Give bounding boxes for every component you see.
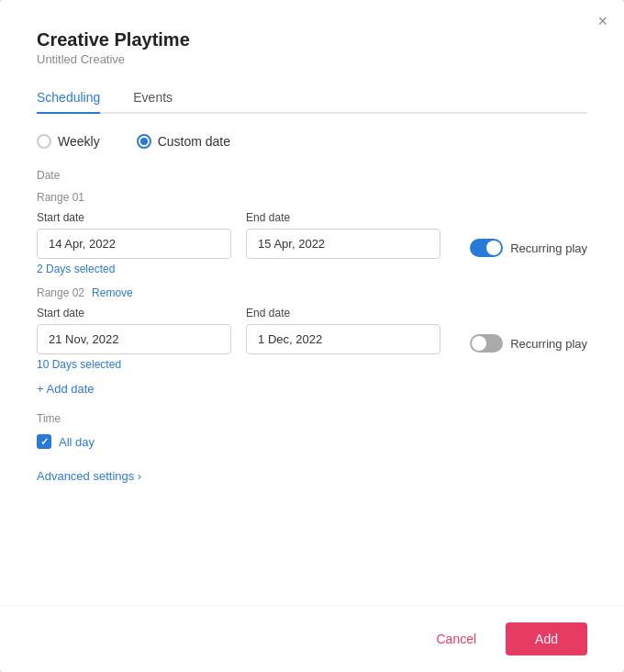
range-01-start-label: Start date [37,211,231,224]
custom-date-label: Custom date [158,134,230,149]
modal-subtitle: Untitled Creative [37,52,587,66]
weekly-label: Weekly [58,134,100,149]
range-01-start-input[interactable] [37,229,231,259]
tab-scheduling[interactable]: Scheduling [37,83,100,114]
weekly-option[interactable]: Weekly [37,134,100,149]
time-section: Time All day [37,412,587,449]
range-02-section: Range 02 Remove Start date End date Recu… [37,286,587,371]
range-01-toggle-knob [486,241,501,255]
modal-body: Weekly Custom date Date Range 01 Start d… [0,114,624,605]
tab-bar: Scheduling Events [37,83,587,114]
frequency-group: Weekly Custom date [37,134,587,149]
tab-events[interactable]: Events [133,83,173,114]
close-button[interactable]: × [597,13,607,29]
range-02-end-label: End date [246,307,440,319]
range-01-end-input[interactable] [246,229,440,259]
range-01-section: Range 01 Start date End date Recurring p… [37,191,587,275]
range-01-end-label: End date [246,211,440,224]
advanced-settings-link[interactable]: Advanced settings › [37,469,141,483]
range-02-recurring-label: Recurring play [510,337,587,351]
modal-footer: Cancel Add [0,605,624,672]
range-02-end-group: End date [246,307,440,354]
weekly-radio[interactable] [37,134,51,149]
range-01-date-cols: Start date End date Recurring play [37,211,587,259]
add-date-button[interactable]: + Add date [37,382,95,396]
range-02-date-cols: Start date End date Recurring play [37,307,587,354]
range-02-toggle-knob [472,336,486,351]
range-02-days-selected: 10 Days selected [37,358,587,371]
range-01-start-group: Start date [37,211,231,259]
range-02-recurring-wrap: Recurring play [470,334,587,354]
cancel-button[interactable]: Cancel [419,622,493,655]
range-02-start-group: Start date [37,307,231,354]
range-01-days-selected: 2 Days selected [37,263,587,275]
modal-title: Creative Playtime [37,29,587,50]
allday-row: All day [37,434,587,449]
range-02-start-label: Start date [37,307,231,319]
allday-label: All day [59,435,95,449]
allday-checkbox[interactable] [37,434,51,449]
custom-date-radio[interactable] [137,134,151,149]
time-section-label: Time [37,412,587,425]
range-02-recurring-toggle[interactable] [470,334,503,353]
custom-date-option[interactable]: Custom date [137,134,230,149]
modal-container: × Creative Playtime Untitled Creative Sc… [0,0,624,672]
range-01-end-group: End date [246,211,440,259]
add-button[interactable]: Add [506,622,587,655]
range-02-label: Range 02 [37,286,84,299]
range-02-start-input[interactable] [37,324,231,354]
range-02-end-input[interactable] [246,324,440,354]
range-01-recurring-toggle[interactable] [470,239,503,257]
range-01-recurring-wrap: Recurring play [470,239,587,259]
range-01-recurring-label: Recurring play [510,241,587,255]
range-02-remove-link[interactable]: Remove [92,286,133,299]
range-01-label: Range 01 [37,191,84,204]
date-section-label: Date [37,169,587,182]
range-02-header: Range 02 Remove [37,286,587,299]
modal-header: Creative Playtime Untitled Creative Sche… [0,0,624,114]
range-01-header: Range 01 [37,191,587,204]
